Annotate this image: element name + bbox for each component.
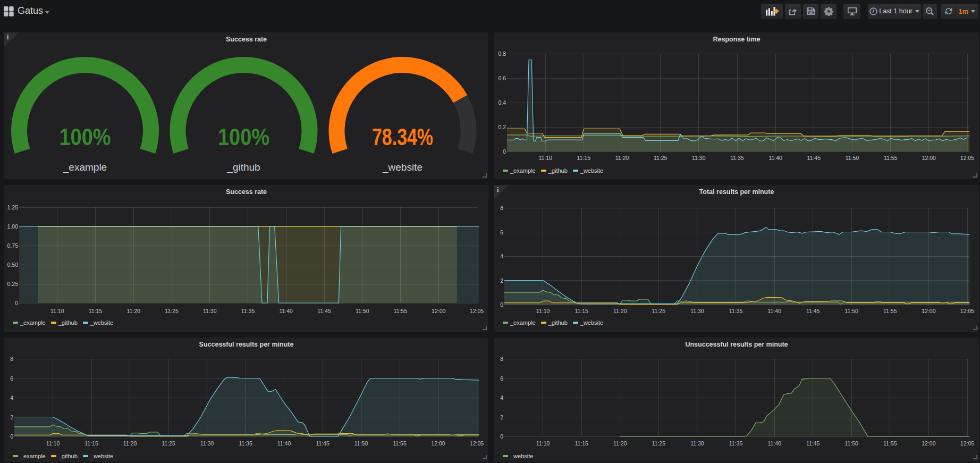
svg-text:4: 4: [500, 253, 503, 259]
svg-text:11:45: 11:45: [807, 155, 821, 161]
svg-text:11:45: 11:45: [806, 440, 820, 447]
svg-text:12:05: 12:05: [960, 155, 974, 161]
svg-text:11:10: 11:10: [536, 308, 550, 314]
svg-text:1.25: 1.25: [7, 204, 19, 211]
svg-text:11:30: 11:30: [200, 440, 214, 447]
svg-text:11:20: 11:20: [123, 440, 137, 447]
svg-text:0.50: 0.50: [7, 262, 19, 268]
svg-text:11:15: 11:15: [575, 440, 588, 447]
svg-text:11:20: 11:20: [613, 308, 627, 314]
svg-text:11:55: 11:55: [393, 440, 407, 447]
svg-text:_github: _github: [226, 162, 260, 173]
svg-text:11:20: 11:20: [126, 308, 140, 314]
svg-text:11:30: 11:30: [690, 308, 704, 314]
svg-text:8: 8: [10, 356, 13, 362]
svg-text:11:25: 11:25: [652, 308, 666, 314]
svg-text:11:10: 11:10: [46, 440, 60, 447]
svg-text:11:15: 11:15: [85, 440, 98, 447]
svg-text:2: 2: [500, 277, 503, 284]
svg-text:11:15: 11:15: [575, 308, 588, 314]
svg-text:11:15: 11:15: [577, 155, 591, 161]
svg-text:11:50: 11:50: [844, 440, 858, 447]
svg-text:11:45: 11:45: [806, 308, 820, 314]
svg-text:11:40: 11:40: [767, 308, 781, 314]
svg-text:2: 2: [10, 414, 13, 420]
svg-text:12:00: 12:00: [922, 308, 935, 314]
svg-text:11:10: 11:10: [538, 155, 552, 161]
svg-text:11:20: 11:20: [615, 155, 629, 161]
svg-text:0.6: 0.6: [498, 75, 506, 81]
svg-text:11:35: 11:35: [239, 440, 252, 447]
svg-text:8: 8: [500, 356, 503, 362]
svg-text:100%: 100%: [218, 124, 269, 150]
svg-text:11:25: 11:25: [162, 440, 175, 447]
svg-text:11:30: 11:30: [690, 440, 704, 447]
svg-text:12:05: 12:05: [470, 308, 484, 314]
svg-text:11:25: 11:25: [165, 308, 179, 314]
svg-text:0.8: 0.8: [498, 50, 506, 57]
svg-text:12:05: 12:05: [960, 440, 974, 447]
svg-text:4: 4: [500, 394, 503, 401]
svg-text:11:55: 11:55: [883, 440, 897, 447]
svg-text:11:25: 11:25: [654, 155, 668, 161]
svg-text:11:40: 11:40: [768, 155, 782, 161]
svg-text:11:35: 11:35: [241, 308, 255, 314]
svg-text:12:05: 12:05: [470, 440, 484, 447]
svg-text:11:40: 11:40: [767, 440, 781, 447]
svg-text:11:40: 11:40: [279, 308, 293, 314]
svg-text:11:55: 11:55: [884, 155, 898, 161]
svg-text:11:10: 11:10: [536, 440, 550, 447]
svg-text:0.2: 0.2: [498, 124, 506, 130]
svg-text:11:15: 11:15: [89, 308, 103, 314]
svg-text:12:05: 12:05: [960, 308, 974, 314]
svg-text:0: 0: [15, 300, 18, 306]
svg-text:11:30: 11:30: [692, 155, 706, 161]
svg-text:11:35: 11:35: [730, 155, 744, 161]
svg-text:11:50: 11:50: [844, 308, 858, 314]
svg-text:11:55: 11:55: [883, 308, 897, 314]
svg-text:11:20: 11:20: [613, 440, 627, 447]
svg-text:11:55: 11:55: [394, 308, 408, 314]
svg-text:12:00: 12:00: [431, 440, 445, 447]
svg-text:0.4: 0.4: [498, 99, 506, 106]
svg-text:11:45: 11:45: [316, 440, 330, 447]
svg-text:11:50: 11:50: [356, 308, 369, 314]
svg-text:11:30: 11:30: [203, 308, 217, 314]
svg-text:0: 0: [10, 433, 13, 440]
svg-text:12:00: 12:00: [432, 308, 445, 314]
svg-text:12:00: 12:00: [922, 440, 935, 447]
svg-text:1.00: 1.00: [7, 223, 19, 230]
svg-text:6: 6: [10, 375, 13, 382]
svg-text:0: 0: [500, 301, 503, 308]
svg-text:11:40: 11:40: [277, 440, 291, 447]
svg-text:78.34%: 78.34%: [372, 124, 433, 150]
svg-text:0: 0: [500, 433, 503, 440]
svg-text:0: 0: [503, 148, 506, 155]
svg-text:11:25: 11:25: [652, 440, 666, 447]
svg-text:8: 8: [500, 205, 503, 211]
svg-text:0.75: 0.75: [7, 242, 19, 249]
svg-text:11:50: 11:50: [354, 440, 368, 447]
svg-text:12:00: 12:00: [922, 155, 936, 161]
svg-text:_website: _website: [382, 162, 423, 173]
svg-text:2: 2: [500, 414, 503, 420]
svg-text:11:35: 11:35: [729, 440, 743, 447]
svg-text:100%: 100%: [60, 124, 111, 150]
svg-text:_example: _example: [63, 162, 107, 173]
svg-text:6: 6: [500, 229, 503, 235]
svg-text:6: 6: [500, 375, 503, 382]
svg-text:4: 4: [10, 394, 13, 401]
svg-text:11:35: 11:35: [729, 308, 743, 314]
svg-text:0.25: 0.25: [7, 281, 19, 287]
svg-text:11:45: 11:45: [317, 308, 331, 314]
svg-text:11:10: 11:10: [50, 308, 64, 314]
svg-text:11:50: 11:50: [846, 155, 859, 161]
